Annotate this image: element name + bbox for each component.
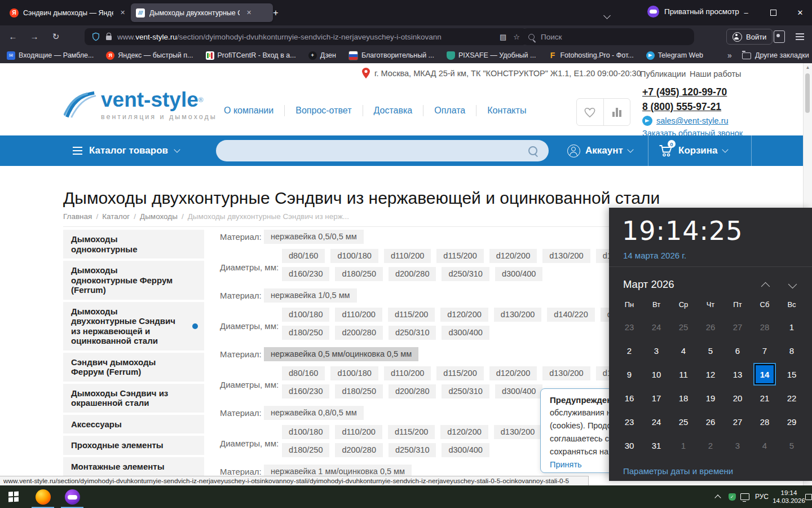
calendar-day[interactable]: 28 <box>751 410 778 433</box>
calendar-day[interactable]: 4 <box>670 339 697 362</box>
calendar-day[interactable]: 12 <box>697 362 724 386</box>
telegram-icon[interactable] <box>642 116 652 126</box>
calendar-prev-month-button[interactable] <box>758 281 773 290</box>
browser-search-input[interactable] <box>540 32 655 42</box>
site-search-input[interactable] <box>216 146 528 156</box>
diameter-chip[interactable]: d180/250 <box>335 267 382 281</box>
bookmarks-overflow-icon[interactable]: » <box>727 51 732 60</box>
catalog-button[interactable]: Каталог товаров <box>73 135 179 166</box>
diameter-chip[interactable]: d200/280 <box>335 443 382 457</box>
calendar-day[interactable]: 30 <box>616 433 643 457</box>
sidebar-category-item[interactable]: Дымоходы двухконтурные Сэндвич из нержав… <box>63 302 204 351</box>
diameter-chip[interactable]: d130/200 <box>542 366 590 380</box>
diameter-chip[interactable]: d180/250 <box>335 384 382 398</box>
tray-show-hidden-icons[interactable] <box>712 485 724 508</box>
tray-clock[interactable]: 19:14 14.03.2026 <box>771 485 806 508</box>
calendar-day[interactable]: 24 <box>643 315 670 339</box>
calendar-day[interactable]: 13 <box>724 362 751 386</box>
sidebar-category-item[interactable]: Дымоходы одноконтурные <box>63 230 204 259</box>
reload-button[interactable]: ↻ <box>47 28 64 45</box>
diameter-chip[interactable]: d80/160 <box>282 366 325 380</box>
diameter-chip[interactable]: d300/400 <box>495 384 542 398</box>
material-chip[interactable]: нержавейка 0,5/0,5 мм <box>264 230 364 244</box>
bookmark-item[interactable]: +Дзен <box>308 51 336 60</box>
diameter-chip[interactable]: d100/180 <box>330 249 378 263</box>
bookmark-item[interactable]: ✉Входящие — Рамбле... <box>7 51 94 60</box>
diameter-chip[interactable]: d100/180 <box>282 308 329 322</box>
address-bar[interactable]: www.vent-style.ru/section/dyimohodyi-dvu… <box>85 28 527 45</box>
calendar-day[interactable]: 10 <box>643 362 670 386</box>
diameter-chip[interactable]: d110/200 <box>384 366 431 380</box>
calendar-day[interactable]: 8 <box>778 339 805 362</box>
calendar-day[interactable]: 26 <box>697 410 724 433</box>
tab-close-icon[interactable]: ✕ <box>118 9 125 16</box>
diameter-chip[interactable]: d120/200 <box>440 425 488 439</box>
calendar-day[interactable]: 25 <box>670 410 697 433</box>
sidebar-category-item[interactable]: Аксессуары <box>63 415 204 434</box>
calendar-day[interactable]: 24 <box>643 410 670 433</box>
calendar-day[interactable]: 2 <box>697 433 724 457</box>
calendar-next-month-button[interactable] <box>785 281 800 290</box>
diameter-chip[interactable]: d180/250 <box>282 326 329 340</box>
calendar-day[interactable]: 22 <box>778 386 805 410</box>
diameter-chip[interactable]: d160/230 <box>282 267 329 281</box>
tray-security-icon[interactable]: ✓ <box>726 485 738 508</box>
calendar-day[interactable]: 29 <box>778 410 805 433</box>
calendar-day[interactable]: 20 <box>724 386 751 410</box>
diameter-chip[interactable]: d115/200 <box>388 425 435 439</box>
diameter-chip[interactable]: d115/200 <box>436 249 483 263</box>
material-chip[interactable]: нержавейка 1/0,5 мм <box>264 288 357 303</box>
extension-icon[interactable] <box>774 30 785 43</box>
bookmark-star-icon[interactable]: ☆ <box>513 33 520 41</box>
calendar-day[interactable]: 28 <box>751 315 778 339</box>
scroll-up-arrow-icon[interactable]: ▲ <box>804 65 812 70</box>
diameter-chip[interactable]: d250/310 <box>389 326 436 340</box>
window-minimize-button[interactable]: – <box>733 0 759 25</box>
browser-search-box[interactable] <box>522 28 694 45</box>
site-search-box[interactable] <box>216 140 549 161</box>
browser-tab-active[interactable]: /// Дымоходы двухконтурные Сэн ✕ <box>131 3 273 22</box>
site-logo[interactable]: vent-style® вентиляция и дымоходы <box>64 89 217 121</box>
clock-date-link[interactable]: 14 марта 2026 г. <box>623 251 686 260</box>
calendar-day[interactable]: 27 <box>724 315 751 339</box>
diameter-chip[interactable]: d200/280 <box>389 267 436 281</box>
nav-item[interactable]: Доставка <box>373 106 414 116</box>
calendar-day[interactable]: 5 <box>778 433 805 457</box>
nav-item[interactable]: Контакты <box>486 106 527 116</box>
material-chip[interactable]: нержавейка 0,8/0,5 мм <box>264 406 364 420</box>
calendar-day[interactable]: 1 <box>778 315 805 339</box>
tab-close-icon[interactable]: ✕ <box>244 9 251 16</box>
nav-item[interactable]: Оплата <box>433 106 466 116</box>
calendar-day[interactable]: 3 <box>724 433 751 457</box>
diameter-chip[interactable]: d200/280 <box>389 384 436 398</box>
sidebar-category-item[interactable]: Дымоходы Сэндвич из окрашенной стали <box>63 384 204 413</box>
topbar-link-publications[interactable]: Публикации <box>640 69 686 78</box>
calendar-day[interactable]: 7 <box>751 339 778 362</box>
menu-button[interactable] <box>793 31 806 42</box>
compare-button[interactable] <box>603 99 630 125</box>
breadcrumb-link[interactable]: Каталог <box>102 212 130 221</box>
calendar-day[interactable]: 25 <box>670 315 697 339</box>
diameter-chip[interactable]: d110/200 <box>384 249 431 263</box>
diameter-chip[interactable]: d115/200 <box>436 366 483 380</box>
window-close-button[interactable]: ✕ <box>787 0 812 25</box>
other-bookmarks-button[interactable]: Другие закладки <box>742 51 809 59</box>
topbar-link-our-works[interactable]: Наши работы <box>690 69 742 78</box>
material-chip[interactable]: нержавейка 0,5 мм/оцинковка 0,5 мм <box>264 347 418 361</box>
start-button[interactable] <box>0 485 27 508</box>
bookmark-item[interactable]: ЯЯндекс — быстрый п... <box>106 51 193 60</box>
bookmark-item[interactable]: ProfiTCentR - Вход в а... <box>206 51 296 60</box>
calendar-day[interactable]: 26 <box>697 315 724 339</box>
calendar-day[interactable]: 16 <box>616 386 643 410</box>
calendar-day[interactable]: 17 <box>643 386 670 410</box>
diameter-chip[interactable]: d140/220 <box>547 308 594 322</box>
tray-network-icon[interactable] <box>739 485 751 508</box>
diameter-chip[interactable]: d300/400 <box>442 443 489 457</box>
reader-mode-icon[interactable]: ▤ <box>500 33 506 41</box>
diameter-chip[interactable]: d250/310 <box>389 443 436 457</box>
nav-item[interactable]: Вопрос-ответ <box>294 106 352 116</box>
window-restore-button[interactable] <box>760 0 786 25</box>
calendar-day[interactable]: 4 <box>751 433 778 457</box>
firefox-login-button[interactable]: Войти <box>726 29 773 45</box>
calendar-day[interactable]: 21 <box>751 386 778 410</box>
